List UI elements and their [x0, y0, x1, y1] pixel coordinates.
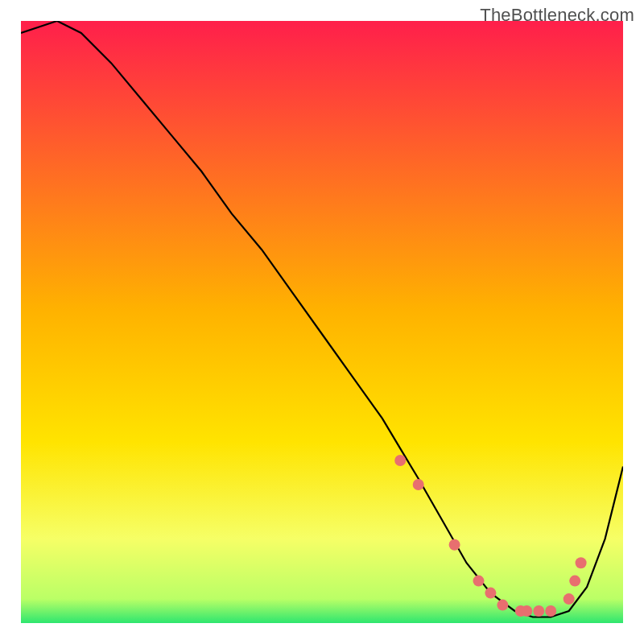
- gradient-background: [21, 21, 623, 623]
- valley-marker: [576, 557, 587, 568]
- watermark-label: TheBottleneck.com: [480, 5, 634, 26]
- valley-marker: [533, 605, 544, 617]
- valley-marker: [473, 576, 485, 587]
- valley-marker: [485, 588, 496, 599]
- bottleneck-chart: [21, 21, 623, 623]
- valley-marker: [569, 576, 580, 587]
- valley-marker: [449, 539, 460, 551]
- valley-marker: [413, 479, 424, 490]
- valley-marker: [564, 593, 575, 605]
- valley-marker: [521, 605, 532, 617]
- valley-marker: [394, 455, 406, 466]
- valley-marker: [497, 600, 508, 611]
- chart-svg: [21, 21, 623, 623]
- valley-marker: [545, 605, 556, 617]
